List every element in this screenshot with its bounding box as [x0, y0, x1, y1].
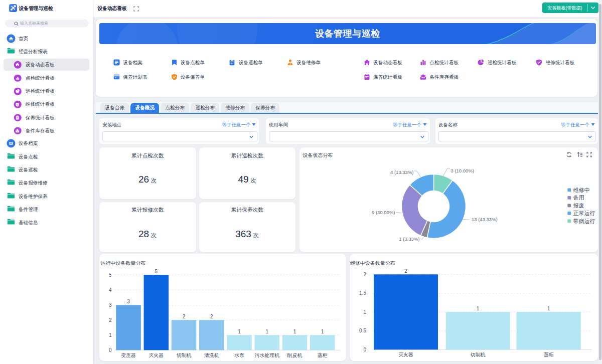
svg-text:1 (3.33%): 1 (3.33%) — [399, 236, 419, 242]
svg-text:正常运行: 正常运行 — [573, 210, 595, 216]
svg-text:1: 1 — [265, 329, 268, 334]
svg-text:2: 2 — [108, 317, 111, 323]
svg-text:5: 5 — [108, 272, 111, 278]
svg-text:1: 1 — [477, 306, 480, 311]
svg-text:4: 4 — [108, 287, 111, 293]
svg-text:2: 2 — [210, 314, 213, 319]
svg-text:3 (10.00%): 3 (10.00%) — [450, 168, 474, 173]
svg-text:1: 1 — [547, 306, 550, 311]
svg-text:备用: 备用 — [573, 195, 584, 201]
svg-text:3: 3 — [108, 302, 111, 308]
svg-text:削皮机: 削皮机 — [286, 352, 302, 358]
svg-text:3: 3 — [127, 299, 130, 304]
svg-text:1: 1 — [108, 332, 111, 338]
svg-text:切制机: 切制机 — [176, 352, 191, 358]
svg-text:5: 5 — [155, 269, 158, 274]
svg-text:4 (13.33%): 4 (13.33%) — [390, 169, 413, 175]
svg-text:变压器: 变压器 — [121, 352, 136, 358]
svg-text:2: 2 — [182, 314, 185, 319]
svg-text:1: 1 — [363, 309, 366, 315]
svg-text:维修中: 维修中 — [573, 187, 589, 193]
svg-text:切制机: 切制机 — [471, 352, 486, 357]
svg-text:污水处理机: 污水处理机 — [254, 352, 279, 358]
svg-text:蒸柜: 蒸柜 — [544, 352, 554, 357]
svg-text:清洗机: 清洗机 — [204, 352, 219, 358]
svg-text:9 (30.00%): 9 (30.00%) — [372, 210, 395, 215]
svg-text:2: 2 — [404, 268, 407, 274]
svg-text:1: 1 — [238, 329, 241, 334]
svg-text:1: 1 — [293, 329, 296, 334]
svg-text:带病运行: 带病运行 — [573, 218, 595, 224]
svg-text:灭火器: 灭火器 — [148, 352, 164, 358]
svg-text:0.5: 0.5 — [359, 328, 366, 333]
svg-text:报废: 报废 — [573, 203, 584, 209]
svg-text:1.5: 1.5 — [359, 290, 366, 296]
svg-text:蒸柜: 蒸柜 — [317, 352, 327, 358]
svg-text:13 (43.33%): 13 (43.33%) — [472, 217, 498, 222]
svg-text:2: 2 — [363, 272, 366, 277]
svg-text:灭火器: 灭火器 — [398, 352, 413, 357]
svg-text:水泵: 水泵 — [234, 352, 244, 358]
svg-text:0: 0 — [363, 347, 366, 352]
svg-text:1: 1 — [321, 329, 324, 334]
svg-text:0: 0 — [108, 347, 111, 353]
